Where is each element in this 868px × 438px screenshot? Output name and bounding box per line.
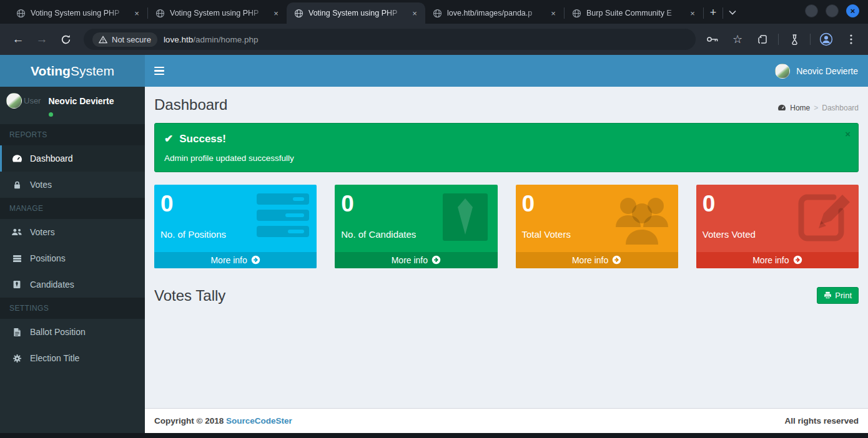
content-body: ✔ Success! Admin profile updated success…	[145, 114, 868, 408]
user-avatar	[775, 64, 790, 79]
file-text-icon	[11, 328, 22, 337]
brand-regular: System	[71, 64, 114, 79]
security-label: Not secure	[112, 35, 151, 44]
sidebar-item-label: Voters	[30, 227, 55, 237]
labs-flask-icon[interactable]	[785, 30, 804, 49]
info-box-positions: 0 No. of Positions More info	[154, 185, 317, 268]
tab-voting-2[interactable]: Voting System using PHP ×	[148, 2, 287, 24]
tab-close-icon[interactable]: ×	[548, 7, 559, 19]
tab-burp-suite[interactable]: Burp Suite Community E ×	[565, 2, 703, 24]
globe-icon	[294, 9, 303, 18]
screen: Voting System using PHP × Voting System …	[0, 0, 868, 438]
more-info-link[interactable]: More info	[516, 252, 678, 268]
profile-avatar-icon[interactable]	[817, 30, 836, 49]
breadcrumb-current: Dashboard	[822, 104, 859, 112]
kebab-menu-icon[interactable]	[842, 30, 861, 49]
tab-close-icon[interactable]: ×	[131, 7, 142, 19]
sidebar-item-label: Positions	[30, 253, 66, 263]
new-tab-button[interactable]: +	[704, 3, 723, 22]
info-box-label: Total Voters	[522, 229, 672, 240]
app-navbar: VotingSystem Neovic Devierte	[0, 55, 868, 87]
print-button-label: Print	[835, 291, 852, 300]
sidebar-item-dashboard[interactable]: Dashboard	[0, 145, 145, 172]
sidebar-item-label: Candidates	[30, 280, 74, 290]
breadcrumb-home-link[interactable]: Home	[790, 104, 810, 112]
sidebar-item-ballot-position[interactable]: Ballot Position	[0, 319, 145, 345]
window-close-button[interactable]: ×	[846, 4, 859, 17]
navbar-user-menu[interactable]: Neovic Devierte	[765, 55, 868, 87]
votes-tally-header: Votes Tally Print	[154, 287, 859, 304]
sidebar-toggle-hamburger-icon[interactable]	[145, 55, 174, 87]
home-gauge-icon	[777, 104, 786, 112]
tab-list-chevron-icon[interactable]	[723, 3, 742, 22]
alert-title: Success!	[179, 133, 226, 145]
brand-logo[interactable]: VotingSystem	[0, 55, 145, 87]
rights-text: All rights reserved	[784, 416, 859, 426]
navbar-user-name: Neovic Devierte	[796, 66, 858, 76]
tab-title: Voting System using PHP	[31, 9, 126, 17]
sidebar-item-positions[interactable]: Positions	[0, 245, 145, 271]
globe-icon	[155, 9, 165, 18]
info-box-label: No. of Candidates	[341, 229, 491, 240]
more-info-link[interactable]: More info	[696, 252, 859, 268]
sidebar-item-election-title[interactable]: Election Title	[0, 345, 145, 371]
toolbar-separator	[778, 34, 779, 45]
info-box-value: 0	[160, 191, 310, 218]
more-info-label: More info	[392, 255, 428, 265]
arrow-circle-right-icon	[251, 255, 260, 265]
restore-pages-icon[interactable]	[753, 30, 772, 49]
tab-title: love.htb/images/panda.p	[447, 9, 543, 17]
toolbar-actions: ☆	[703, 30, 861, 49]
globe-icon	[572, 9, 581, 18]
tab-voting-active[interactable]: Voting System using PHP ×	[287, 2, 425, 24]
alert-close-icon[interactable]: ×	[845, 129, 851, 139]
arrow-circle-right-icon	[432, 255, 441, 265]
sidebar-header-manage: MANAGE	[0, 198, 145, 219]
toolbar-separator	[810, 34, 811, 45]
votes-tally-title: Votes Tally	[154, 287, 225, 304]
browser-toolbar: ← → Not secure love.htb/admin/home.php ☆	[0, 24, 868, 55]
minimize-button[interactable]	[805, 4, 818, 17]
tab-title: Voting System using PHP	[308, 9, 404, 17]
sidebar-item-label: Votes	[30, 180, 52, 190]
reload-icon[interactable]	[55, 29, 76, 50]
info-boxes-row: 0 No. of Positions More info	[154, 185, 859, 268]
password-key-icon[interactable]	[703, 30, 722, 49]
breadcrumb-separator: >	[814, 104, 818, 112]
sidebar-item-voters[interactable]: Voters	[0, 219, 145, 245]
sidebar-item-candidates[interactable]: Candidates	[0, 271, 145, 298]
globe-icon	[433, 9, 442, 18]
more-info-link[interactable]: More info	[154, 252, 317, 268]
info-box-value: 0	[341, 191, 491, 218]
print-button[interactable]: Print	[817, 287, 859, 304]
tab-voting-1[interactable]: Voting System using PHP ×	[9, 2, 147, 24]
sidebar-user-panel: User Neovic Devierte	[0, 87, 145, 124]
bookmark-star-icon[interactable]: ☆	[728, 30, 747, 49]
security-chip[interactable]: Not secure	[92, 32, 157, 47]
back-icon[interactable]: ←	[7, 29, 29, 50]
online-status-dot	[49, 112, 53, 117]
tab-close-icon[interactable]: ×	[687, 7, 698, 19]
info-box-voters-voted: 0 Voters Voted More info	[696, 185, 859, 268]
info-box-label: Voters Voted	[703, 229, 852, 240]
maximize-button[interactable]	[826, 4, 839, 17]
more-info-label: More info	[572, 255, 608, 265]
forward-icon[interactable]: →	[31, 29, 52, 50]
sourcecodester-link[interactable]: SourceCodeSter	[226, 416, 292, 426]
sidebar-user-name: Neovic Devierte	[48, 96, 114, 106]
more-info-link[interactable]: More info	[335, 252, 497, 268]
tab-close-icon[interactable]: ×	[409, 7, 420, 19]
tab-panda-image[interactable]: love.htb/images/panda.p ×	[425, 2, 564, 24]
url-text: love.htb/admin/home.php	[164, 35, 259, 44]
info-box-value: 0	[522, 191, 672, 218]
sidebar-item-votes[interactable]: Votes	[0, 172, 145, 198]
info-box-candidates: 0 No. of Candidates More info	[335, 185, 497, 268]
tab-close-icon[interactable]: ×	[270, 7, 282, 19]
info-box-total-voters: 0 Total Voters More info	[516, 185, 678, 268]
tie-icon	[11, 280, 22, 289]
voting-system-app: VotingSystem Neovic Devierte User Neovic…	[0, 55, 868, 433]
check-icon: ✔	[164, 132, 173, 145]
page-title: Dashboard	[154, 96, 227, 114]
address-bar[interactable]: Not secure love.htb/admin/home.php	[84, 29, 696, 50]
sidebar: User Neovic Devierte REPORTS Dashboard V…	[0, 87, 145, 433]
